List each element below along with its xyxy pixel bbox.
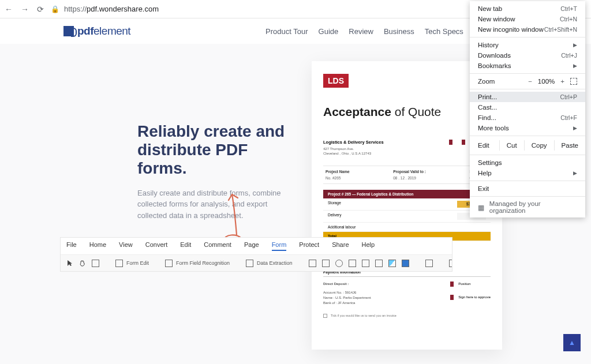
tool-image-field[interactable] <box>388 260 396 267</box>
menu-zoom-label: Zoom <box>478 78 495 85</box>
tool-more-2[interactable] <box>449 260 452 267</box>
chrome-menu: New tabCtrl+TNew windowCtrl+NNew incogni… <box>470 1 585 217</box>
editor-menu-view[interactable]: View <box>119 241 133 251</box>
menu-edit-row: Edit Cut Copy Paste <box>470 138 585 152</box>
menu-item-print-[interactable]: Print...Ctrl+P <box>470 92 585 102</box>
tool-signature[interactable] <box>402 260 409 267</box>
tool-button[interactable] <box>375 260 383 267</box>
editor-tool-row: Form Edit Form Field Recognition Data Ex… <box>61 255 452 271</box>
logo-mark-icon <box>63 26 74 36</box>
menu-item-cast-[interactable]: Cast... <box>470 102 585 112</box>
position-label: Position <box>458 282 470 286</box>
tool-form-field-recognition[interactable]: Form Field Recognition <box>165 260 230 267</box>
proposal-info-row: Project Name No. #265 Proposal Valid to … <box>323 166 491 184</box>
invoice-checkbox[interactable] <box>323 314 327 318</box>
menu-item-new-window[interactable]: New windowCtrl+N <box>470 14 585 24</box>
tool-radio[interactable] <box>335 260 343 267</box>
logo-text: pdfelement <box>77 25 130 37</box>
deposit-details: Direct Deposit : Account No. : 5914J6 Na… <box>323 282 371 306</box>
tool-listbox[interactable] <box>349 260 356 267</box>
menu-edit-label: Edit <box>470 140 499 151</box>
logo[interactable]: pdfelement <box>63 25 130 37</box>
zoom-in-button[interactable]: + <box>560 78 564 85</box>
menu-item-help[interactable]: Help▶ <box>470 168 585 178</box>
menu-exit[interactable]: Exit <box>470 183 585 194</box>
editor-menu-home[interactable]: Home <box>89 241 106 251</box>
menu-item-bookmarks[interactable]: Bookmarks▶ <box>470 61 585 71</box>
lds-badge: LDS <box>323 74 349 88</box>
sign-label: Sign here to approve <box>458 295 491 299</box>
invoice-checkbox-row: Tick if you would like us to send you an… <box>323 314 491 318</box>
lock-icon: 🔒 <box>51 5 59 13</box>
tool-more-1[interactable] <box>425 260 433 267</box>
nav-arrows: ← → ⟳ <box>5 5 44 14</box>
menu-copy[interactable]: Copy <box>524 140 554 151</box>
doc-address: 427 Thompson Ave. Cleveland , Ohio , U.S… <box>323 147 384 156</box>
nav-link[interactable]: Guide <box>319 27 339 36</box>
tool-edit-mode[interactable] <box>92 260 99 267</box>
tool-select[interactable] <box>66 260 73 267</box>
tool-combobox[interactable] <box>362 260 369 267</box>
editor-menu-help[interactable]: Help <box>362 241 375 251</box>
tool-checkbox[interactable] <box>322 260 330 267</box>
doc-title: Acceptance of Quote <box>323 105 491 119</box>
back-button[interactable]: ← <box>5 5 13 14</box>
editor-menu-page[interactable]: Page <box>244 241 259 251</box>
menu-item-settings[interactable]: Settings <box>470 157 585 168</box>
nav-link[interactable]: Review <box>349 27 373 36</box>
menu-item-find-[interactable]: Find...Ctrl+F <box>470 112 585 123</box>
url-host: pdf.wondershare.com <box>87 5 159 13</box>
menu-zoom-row: Zoom − 100% + <box>470 76 585 87</box>
forward-button[interactable]: → <box>21 5 29 14</box>
quote-table: Project # 265 — Federal Logistics & Dist… <box>323 190 491 241</box>
address-bar[interactable]: 🔒 https://pdf.wondershare.com <box>51 5 503 13</box>
editor-menu-form[interactable]: Form <box>272 241 287 251</box>
zoom-value: 100% <box>538 78 555 85</box>
url-protocol: https:// <box>64 5 87 13</box>
reload-button[interactable]: ⟳ <box>37 5 44 14</box>
menu-paste[interactable]: Paste <box>554 140 585 151</box>
menu-item-new-incognito-window[interactable]: New incognito windowCtrl+Shift+N <box>470 24 585 35</box>
editor-menu-file[interactable]: File <box>66 241 77 251</box>
zoom-out-button[interactable]: − <box>528 78 532 85</box>
menu-managed-row: Managed by your organization <box>470 197 585 217</box>
menu-item-more-tools[interactable]: More tools▶ <box>470 123 585 133</box>
editor-menu-bar: FileHomeViewConvertEditCommentPageFormPr… <box>61 238 452 255</box>
scroll-to-top-button[interactable]: ▲ <box>563 334 581 351</box>
hero-text: Reliably create and distribute PDF forms… <box>137 122 299 221</box>
editor-menu-convert[interactable]: Convert <box>145 241 168 251</box>
doc-company: Logistics & Delivery Services <box>323 140 384 145</box>
building-icon <box>478 204 485 211</box>
editor-menu-comment[interactable]: Comment <box>204 241 231 251</box>
editor-menu-protect[interactable]: Protect <box>299 241 319 251</box>
hero-title: Reliably create and distribute PDF forms… <box>137 122 299 178</box>
pdf-editor-toolbar: FileHomeViewConvertEditCommentPageFormPr… <box>60 237 452 272</box>
menu-item-history[interactable]: History▶ <box>470 40 585 50</box>
tool-hand[interactable] <box>79 260 86 267</box>
fullscreen-icon[interactable] <box>570 78 577 85</box>
editor-menu-edit[interactable]: Edit <box>180 241 191 251</box>
nav-link[interactable]: Business <box>384 27 414 36</box>
nav-link[interactable]: Tech Specs <box>425 27 463 36</box>
menu-item-new-tab[interactable]: New tabCtrl+T <box>470 3 585 14</box>
menu-cut[interactable]: Cut <box>500 140 524 151</box>
tool-textfield[interactable] <box>309 260 316 267</box>
hero-subtitle: Easily create and distribute forms, comb… <box>137 187 299 222</box>
editor-menu-share[interactable]: Share <box>332 241 349 251</box>
menu-item-downloads[interactable]: DownloadsCtrl+J <box>470 50 585 61</box>
nav-link[interactable]: Product Tour <box>265 27 308 36</box>
tool-form-edit[interactable]: Form Edit <box>115 260 149 267</box>
tool-data-extraction[interactable]: Data Extraction <box>246 260 293 267</box>
